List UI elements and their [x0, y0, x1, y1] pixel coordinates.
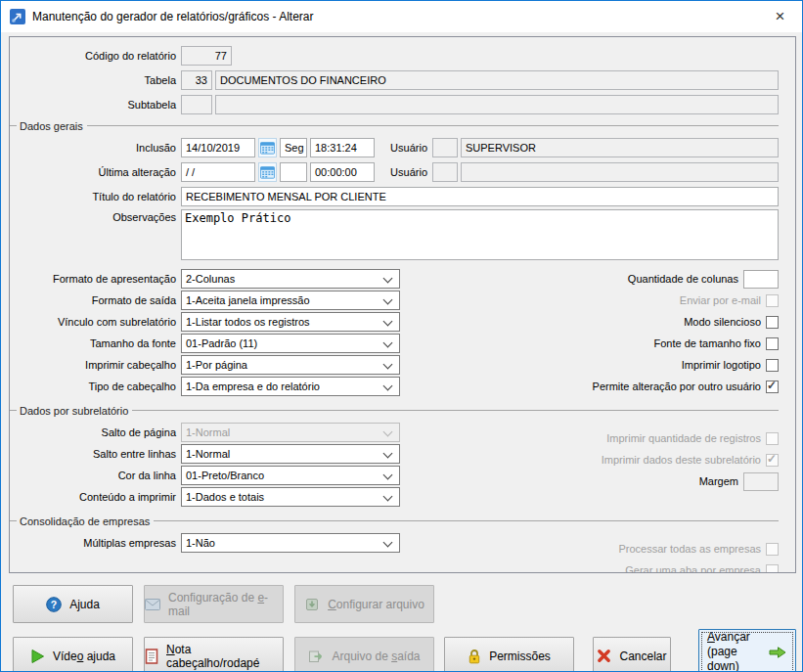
tamanho-fonte-value: 01-Padrão (11)	[186, 337, 257, 349]
quantidade-colunas-label: Quantidade de colunas	[628, 273, 738, 285]
inclusao-calendar-button[interactable]	[258, 138, 277, 157]
cor-linha-select[interactable]: 01-Preto/Branco	[181, 466, 400, 485]
tipo-cabecalho-value: 1-Da empresa e do relatório	[186, 381, 320, 392]
ultima-hora-field[interactable]: 00:00:00	[310, 162, 375, 182]
inclusao-hora-field[interactable]: 18:31:24	[310, 138, 375, 157]
ultima-usuario-codigo-field	[432, 162, 458, 182]
video-ajuda-button[interactable]: Vídeo ajuda	[13, 637, 133, 672]
titulo-row: Título do relatório RECEBIMENTO MENSAL P…	[10, 186, 779, 206]
titulo-relatorio-input[interactable]: RECEBIMENTO MENSAL POR CLIENTE	[181, 187, 779, 206]
nota-cabecalho-rodape-button-label: Nota cabeçalho/rodapé	[166, 643, 283, 670]
inclusao-data-field[interactable]: 14/10/2019	[181, 138, 255, 157]
enviar-email-label: Enviar por e-mail	[680, 294, 761, 306]
calendar-icon	[260, 141, 275, 155]
imprimir-dados-subrel-label: Imprimir dados deste subrelatório	[602, 454, 761, 466]
ultima-usuario-label: Usuário	[388, 166, 427, 178]
green-arrow-icon	[768, 645, 787, 660]
subtabela-row: Subtabela	[10, 94, 779, 114]
ultima-dia-field[interactable]	[280, 162, 307, 182]
observacoes-textarea[interactable]: Exemplo Prático	[181, 209, 779, 260]
imprimir-dados-subrel-row: Imprimir dados deste subrelatório	[401, 449, 779, 470]
conteudo-imprimir-value: 1-Dados e totais	[186, 491, 264, 503]
enviar-email-checkbox[interactable]	[766, 294, 779, 307]
imprimir-logotipo-label: Imprimir logotipo	[682, 359, 761, 371]
chevron-down-icon	[383, 338, 393, 348]
formato-apresentacao-label: Formato de apresentação	[10, 273, 176, 285]
ajuda-button[interactable]: ? Ajuda	[13, 585, 133, 623]
margem-input[interactable]	[743, 472, 779, 491]
fonte-tamanho-fixo-label: Fonte de tamanho fixo	[654, 337, 761, 349]
ultima-alteracao-label: Última alteração	[10, 166, 176, 178]
salto-pagina-value: 1-Normal	[186, 426, 230, 438]
consolidacao-header: Consolidação de empresas	[10, 514, 779, 528]
imprimir-cabecalho-value: 1-Por página	[186, 359, 247, 371]
imprimir-cabecalho-select[interactable]: 1-Por página	[181, 355, 400, 375]
report-generator-app-icon	[10, 9, 25, 24]
ultima-alteracao-row: Última alteração / / 00:00:00 Usuário	[10, 161, 779, 182]
imprimir-qtd-registros-checkbox	[766, 432, 779, 445]
svg-text:?: ?	[51, 598, 57, 609]
conteudo-imprimir-label: Conteúdo a imprimir	[10, 491, 176, 503]
tabela-nome-field: DOCUMENTOS DO FINANCEIRO	[215, 70, 779, 90]
multiplas-empresas-label: Múltiplas empresas	[10, 537, 176, 549]
nota-cabecalho-rodape-button[interactable]: Nota cabeçalho/rodapé	[144, 637, 284, 672]
cancel-x-icon	[597, 649, 611, 663]
chevron-down-icon	[383, 317, 393, 327]
salto-linhas-value: 1-Normal	[186, 448, 230, 460]
subtabela-label: Subtabela	[10, 99, 176, 111]
help-icon: ?	[46, 597, 62, 612]
avancar-button[interactable]: Avançar (page down)	[698, 629, 796, 672]
cancelar-button[interactable]: Cancelar	[593, 637, 671, 672]
consolidacao-options: Múltiplas empresas 1-Não Processar todas…	[10, 532, 779, 573]
button-row-1: ? Ajuda Configuração de e-mail Configura…	[9, 585, 796, 623]
chevron-down-icon	[383, 295, 393, 305]
close-icon[interactable]: ×	[758, 1, 802, 32]
processar-todas-empresas-checkbox	[766, 543, 779, 556]
configuracao-email-button-label: Configuração de e-mail	[168, 591, 283, 618]
processar-todas-empresas-row: Processar todas as empresas	[401, 538, 779, 560]
chevron-down-icon	[383, 492, 393, 502]
conteudo-imprimir-select[interactable]: 1-Dados e totais	[181, 487, 400, 507]
chevron-down-icon	[383, 449, 393, 459]
formato-apresentacao-select[interactable]: 2-Colunas	[181, 269, 400, 289]
file-config-icon	[304, 597, 320, 612]
fonte-tamanho-fixo-checkbox[interactable]	[766, 337, 779, 350]
codigo-relatorio-row: Código do relatório 77	[10, 45, 779, 66]
salto-pagina-label: Salto de página	[10, 426, 176, 438]
tabela-codigo-field: 33	[181, 70, 212, 90]
fonte-tamanho-fixo-row: Fonte de tamanho fixo	[401, 333, 779, 354]
imprimir-dados-subrel-checkbox	[766, 454, 779, 467]
window-title: Manutenção do gerador de relatórios/gráf…	[32, 10, 314, 23]
chevron-down-icon	[383, 538, 393, 548]
modo-silencioso-label: Modo silencioso	[684, 316, 761, 328]
tamanho-fonte-select[interactable]: 01-Padrão (11)	[181, 334, 400, 353]
ultima-calendar-button[interactable]	[258, 162, 277, 182]
inclusao-dia-field[interactable]: Seg	[280, 138, 307, 157]
modo-silencioso-checkbox[interactable]	[766, 316, 779, 329]
arquivo-saida-button-label: Arquivo de saída	[332, 650, 420, 663]
formato-saida-select[interactable]: 1-Aceita janela impressão	[181, 291, 400, 310]
vinculo-subrelatorio-label: Vínculo com subrelatório	[10, 316, 176, 328]
button-row-2: Vídeo ajuda Nota cabeçalho/rodapé Arquiv…	[9, 629, 796, 672]
vinculo-subrelatorio-value: 1-Listar todos os registros	[186, 316, 310, 328]
formato-apresentacao-value: 2-Colunas	[186, 273, 235, 285]
titulo-relatorio-label: Título do relatório	[10, 191, 176, 202]
salto-linhas-select[interactable]: 1-Normal	[181, 444, 400, 464]
subtabela-codigo-field	[181, 95, 212, 114]
video-ajuda-button-label: Vídeo ajuda	[53, 650, 115, 663]
formato-saida-label: Formato de saída	[10, 294, 176, 306]
dados-gerais-options: Formato de apresentação 2-Colunas Format…	[10, 268, 779, 397]
multiplas-empresas-select[interactable]: 1-Não	[181, 533, 400, 553]
ultima-data-field[interactable]: / /	[181, 162, 255, 182]
vinculo-subrelatorio-select[interactable]: 1-Listar todos os registros	[181, 312, 400, 332]
configurar-arquivo-button-label: Configurar arquivo	[328, 598, 424, 611]
observacoes-label: Observações	[10, 211, 176, 223]
imprimir-logotipo-checkbox[interactable]	[766, 359, 779, 372]
permissoes-button[interactable]: Permissões	[444, 637, 574, 672]
dialog-window: Manutenção do gerador de relatórios/gráf…	[0, 0, 803, 672]
gerar-aba-empresa-checkbox	[766, 564, 779, 574]
quantidade-colunas-input[interactable]	[743, 270, 779, 289]
tipo-cabecalho-select[interactable]: 1-Da empresa e do relatório	[181, 377, 400, 396]
permite-alteracao-label: Permite alteração por outro usuário	[593, 381, 761, 392]
permite-alteracao-checkbox[interactable]	[766, 381, 779, 393]
